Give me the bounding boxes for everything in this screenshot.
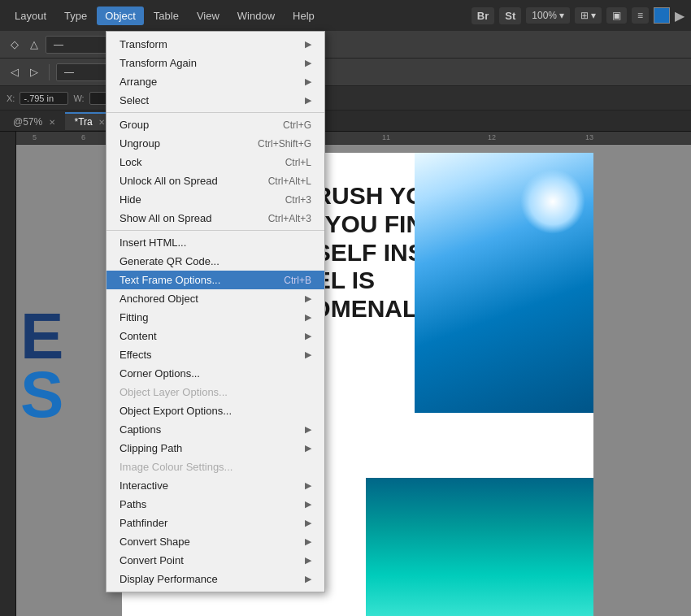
arrow-icon-convert-shape: ▶ bbox=[305, 536, 311, 547]
stock-icon: St bbox=[505, 10, 515, 22]
menu-item-content[interactable]: Content▶ bbox=[106, 327, 324, 345]
menu-item-label-group: Group bbox=[120, 119, 267, 131]
menu-help[interactable]: Help bbox=[285, 7, 323, 25]
menu-item-hide[interactable]: HideCtrl+3 bbox=[106, 190, 324, 209]
next-frame-btn[interactable]: ▷ bbox=[26, 64, 42, 80]
menu-view[interactable]: View bbox=[189, 7, 228, 25]
transform-angle-btn[interactable]: △ bbox=[26, 37, 42, 52]
menu-item-label-lock: Lock bbox=[120, 156, 269, 168]
ruler-tick-5: 5 bbox=[33, 133, 37, 141]
tab-bar: @57% ✕ *Tra ✕ bbox=[0, 111, 691, 132]
x-label: X: bbox=[7, 93, 15, 103]
menu-item-fitting[interactable]: Fitting▶ bbox=[106, 308, 324, 327]
menu-item-paths[interactable]: Paths▶ bbox=[106, 495, 324, 514]
tab-2-close[interactable]: ✕ bbox=[98, 118, 105, 127]
menu-item-pathfinder[interactable]: Pathfinder▶ bbox=[106, 514, 324, 532]
arrow-icon-transform: ▶ bbox=[305, 39, 311, 50]
menu-item-label-select: Select bbox=[120, 94, 305, 106]
toolbar-row-2: ◁ ▷ — ≡ ⊞ ▶ ▶ bbox=[0, 59, 691, 86]
menu-item-label-image-colour: Image Colour Settings... bbox=[120, 461, 311, 473]
arrow-icon-clipping-path: ▶ bbox=[305, 443, 311, 453]
arrow-icon-select: ▶ bbox=[305, 95, 311, 106]
left-panel bbox=[0, 132, 16, 616]
menu-item-label-transform: Transform bbox=[120, 38, 305, 50]
menu-item-label-effects: Effects bbox=[120, 349, 305, 361]
shortcut-show-all: Ctrl+Alt+3 bbox=[268, 213, 311, 224]
panel-layout-btn[interactable]: ▣ bbox=[606, 7, 627, 24]
zoom-control[interactable]: 100% ▾ bbox=[526, 7, 570, 24]
prev-frame-btn[interactable]: ◁ bbox=[7, 64, 23, 80]
bridge-btn[interactable]: Br bbox=[472, 7, 494, 24]
menu-item-label-object-export: Object Export Options... bbox=[120, 405, 311, 417]
menu-window[interactable]: Window bbox=[229, 7, 283, 25]
menu-item-arrange[interactable]: Arrange▶ bbox=[106, 72, 324, 91]
menu-item-insert-html[interactable]: Insert HTML... bbox=[106, 233, 324, 252]
tab-2-label: *Tra bbox=[75, 116, 93, 128]
menu-item-effects[interactable]: Effects▶ bbox=[106, 345, 324, 364]
menu-item-label-text-frame: Text Frame Options... bbox=[120, 274, 267, 286]
menu-item-interactive[interactable]: Interactive▶ bbox=[106, 476, 324, 495]
arrow-icon-arrange: ▶ bbox=[305, 76, 311, 87]
menu-item-label-pathfinder: Pathfinder bbox=[120, 517, 305, 529]
color-swatch-blue[interactable] bbox=[654, 7, 670, 24]
menu-item-display-perf[interactable]: Display Performance▶ bbox=[106, 570, 324, 588]
menu-item-label-object-layer: Object Layer Options... bbox=[120, 386, 311, 398]
menu-item-select[interactable]: Select▶ bbox=[106, 91, 324, 110]
menu-item-transform[interactable]: Transform▶ bbox=[106, 35, 324, 54]
menu-type[interactable]: Type bbox=[56, 7, 95, 25]
menu-item-object-layer: Object Layer Options... bbox=[106, 383, 324, 401]
view-options-btn[interactable]: ⊞ ▾ bbox=[575, 7, 602, 24]
w-label: W: bbox=[73, 93, 84, 103]
ocean-image-bottom bbox=[366, 478, 593, 616]
arrow-right-icon: ▶ bbox=[675, 8, 684, 24]
large-letters: E S bbox=[20, 307, 63, 424]
arrow-icon-convert-point: ▶ bbox=[305, 555, 311, 566]
zoom-value: 100% bbox=[532, 10, 557, 21]
menu-item-label-display-perf: Display Performance bbox=[120, 573, 305, 585]
menu-item-unlock-all[interactable]: Unlock All on SpreadCtrl+Alt+L bbox=[106, 171, 324, 190]
transform-rotate-btn[interactable]: ◇ bbox=[7, 37, 23, 52]
expand-icon: ≡ bbox=[637, 10, 643, 21]
tab-1-close[interactable]: ✕ bbox=[49, 118, 55, 127]
menu-item-label-generate-qr: Generate QR Code... bbox=[120, 255, 311, 267]
view-grid-icon: ⊞ bbox=[580, 10, 589, 21]
menu-item-label-convert-point: Convert Point bbox=[120, 554, 305, 566]
menu-item-label-ungroup: Ungroup bbox=[120, 137, 241, 150]
menu-item-label-anchored-object: Anchored Object bbox=[120, 293, 305, 305]
menu-table[interactable]: Table bbox=[146, 7, 187, 25]
x-input[interactable] bbox=[20, 92, 68, 105]
expand-btn[interactable]: ≡ bbox=[632, 7, 649, 24]
arrow-icon-anchored-object: ▶ bbox=[305, 293, 311, 304]
stock-btn[interactable]: St bbox=[499, 7, 521, 24]
menu-item-text-frame[interactable]: Text Frame Options...Ctrl+B bbox=[106, 271, 324, 289]
menu-item-label-show-all: Show All on Spread bbox=[120, 212, 252, 224]
toolbar-row-1: ◇ △ — ↺ ↻ P ⊞ ⊡ ▶ ▶ bbox=[0, 31, 691, 59]
menu-item-label-interactive: Interactive bbox=[120, 479, 305, 492]
menu-item-transform-again[interactable]: Transform Again▶ bbox=[106, 54, 324, 72]
menu-item-generate-qr[interactable]: Generate QR Code... bbox=[106, 252, 324, 271]
menu-item-label-insert-html: Insert HTML... bbox=[120, 236, 311, 249]
menu-item-label-arrange: Arrange bbox=[120, 76, 305, 88]
menu-item-label-clipping-path: Clipping Path bbox=[120, 442, 305, 454]
menu-item-image-colour: Image Colour Settings... bbox=[106, 458, 324, 476]
menu-item-clipping-path[interactable]: Clipping Path▶ bbox=[106, 439, 324, 458]
menu-item-convert-point[interactable]: Convert Point▶ bbox=[106, 551, 324, 570]
shortcut-hide: Ctrl+3 bbox=[285, 194, 311, 206]
menu-item-group[interactable]: GroupCtrl+G bbox=[106, 115, 324, 134]
arrow-icon-pathfinder: ▶ bbox=[305, 518, 311, 528]
menu-item-lock[interactable]: LockCtrl+L bbox=[106, 153, 324, 171]
ruler-tick-6: 6 bbox=[81, 133, 85, 141]
menu-item-ungroup[interactable]: UngroupCtrl+Shift+G bbox=[106, 134, 324, 153]
menu-layout[interactable]: Layout bbox=[7, 7, 54, 25]
menu-item-corner-options[interactable]: Corner Options... bbox=[106, 364, 324, 383]
menu-bar: Layout Type Object Table View Window Hel… bbox=[0, 0, 691, 31]
menu-item-anchored-object[interactable]: Anchored Object▶ bbox=[106, 289, 324, 308]
arrow-icon-captions: ▶ bbox=[305, 424, 311, 435]
menu-item-captions[interactable]: Captions▶ bbox=[106, 420, 324, 439]
bridge-icon: Br bbox=[477, 10, 489, 22]
menu-object[interactable]: Object bbox=[97, 7, 144, 25]
menu-item-show-all[interactable]: Show All on SpreadCtrl+Alt+3 bbox=[106, 209, 324, 228]
menu-item-object-export[interactable]: Object Export Options... bbox=[106, 401, 324, 420]
tab-1[interactable]: @57% ✕ bbox=[3, 112, 65, 130]
menu-item-convert-shape[interactable]: Convert Shape▶ bbox=[106, 532, 324, 551]
